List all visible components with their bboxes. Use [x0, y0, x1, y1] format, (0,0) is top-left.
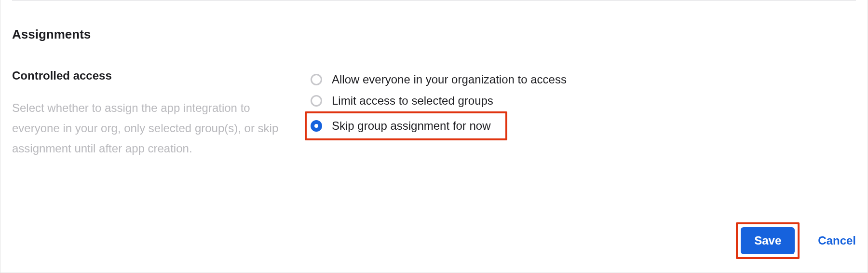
assignments-panel: Assignments Controlled access Select whe…: [0, 0, 868, 273]
highlight-box-skip: Skip group assignment for now: [305, 111, 507, 140]
right-column: Allow everyone in your organization to a…: [297, 69, 868, 140]
cancel-button[interactable]: Cancel: [818, 234, 856, 247]
left-column: Controlled access Select whether to assi…: [0, 69, 297, 159]
content-row: Controlled access Select whether to assi…: [0, 69, 868, 159]
controlled-access-heading: Controlled access: [12, 69, 287, 82]
radio-option-allow-everyone[interactable]: Allow everyone in your organization to a…: [305, 69, 868, 90]
radio-option-skip[interactable]: Skip group assignment for now: [311, 115, 502, 136]
radio-icon: [311, 74, 322, 85]
radio-icon: [311, 120, 322, 132]
radio-option-limit-groups[interactable]: Limit access to selected groups: [305, 90, 868, 111]
controlled-access-description: Select whether to assign the app integra…: [12, 98, 287, 159]
footer-actions: Save Cancel: [736, 222, 856, 259]
radio-icon: [311, 95, 322, 107]
radio-label: Allow everyone in your organization to a…: [332, 73, 567, 86]
section-title: Assignments: [12, 27, 868, 42]
highlight-box-save: Save: [736, 222, 800, 259]
access-radio-group: Allow everyone in your organization to a…: [305, 69, 868, 140]
radio-label: Limit access to selected groups: [332, 94, 493, 108]
save-button[interactable]: Save: [741, 227, 795, 254]
radio-label: Skip group assignment for now: [332, 119, 491, 133]
divider: [12, 0, 856, 1]
